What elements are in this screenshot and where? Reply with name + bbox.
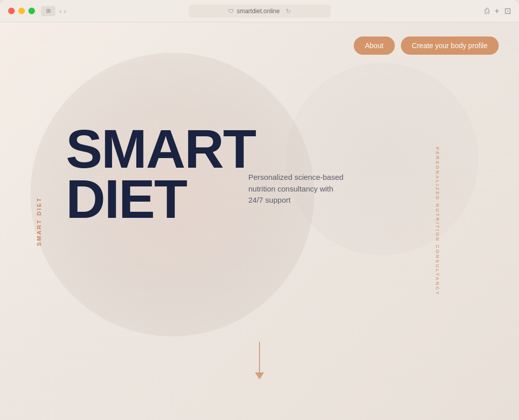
sidebar-label-right: PERSONALIZED NUTRITION CONSULTANCY bbox=[435, 146, 440, 295]
traffic-light-red[interactable] bbox=[8, 8, 15, 14]
traffic-lights bbox=[8, 8, 35, 14]
website-content: SMART DIET PERSONALIZED NUTRITION CONSUL… bbox=[0, 22, 519, 420]
shield-icon: 🛡 bbox=[228, 8, 234, 14]
scroll-arrow[interactable] bbox=[255, 342, 264, 379]
url-text: smartdiet.online bbox=[237, 8, 280, 15]
arrow-head bbox=[255, 372, 264, 379]
address-bar[interactable]: 🛡 smartdiet.online ↻ bbox=[189, 5, 330, 18]
bg-circle-right bbox=[286, 63, 478, 255]
arrow-line bbox=[259, 342, 260, 372]
create-profile-button[interactable]: Create your body profile bbox=[401, 36, 499, 55]
new-tab-icon[interactable]: + bbox=[495, 7, 499, 16]
browser-chrome: ⊞ ‹ › 🛡 smartdiet.online ↻ ⎙ + ⊡ bbox=[0, 0, 519, 22]
browser-controls: ⊞ bbox=[41, 6, 55, 16]
about-button[interactable]: About bbox=[354, 36, 395, 55]
share-icon[interactable]: ⎙ bbox=[485, 7, 490, 16]
nav-buttons: About Create your body profile bbox=[354, 36, 499, 55]
refresh-icon[interactable]: ↻ bbox=[286, 8, 291, 15]
browser-actions: ⎙ + ⊡ bbox=[485, 6, 511, 16]
hero-subtitle-block: Personalized science-based nutrition con… bbox=[248, 172, 350, 206]
forward-arrow[interactable]: › bbox=[64, 7, 66, 15]
back-arrow[interactable]: ‹ bbox=[59, 7, 62, 15]
hero-subtitle: Personalized science-based nutrition con… bbox=[248, 172, 350, 206]
hero-content: SMART DIET bbox=[66, 124, 255, 224]
tabs-icon[interactable]: ⊡ bbox=[504, 6, 511, 16]
nav-arrows: ‹ › bbox=[59, 7, 66, 15]
traffic-light-green[interactable] bbox=[28, 8, 35, 14]
hero-title-line1: SMART bbox=[66, 124, 255, 174]
sidebar-toggle-btn[interactable]: ⊞ bbox=[41, 6, 55, 16]
traffic-light-yellow[interactable] bbox=[18, 8, 25, 14]
hero-title-line2: DIET bbox=[66, 174, 255, 224]
sidebar-label-left: SMART DIET bbox=[36, 197, 42, 246]
hero-title: SMART DIET bbox=[66, 124, 255, 224]
